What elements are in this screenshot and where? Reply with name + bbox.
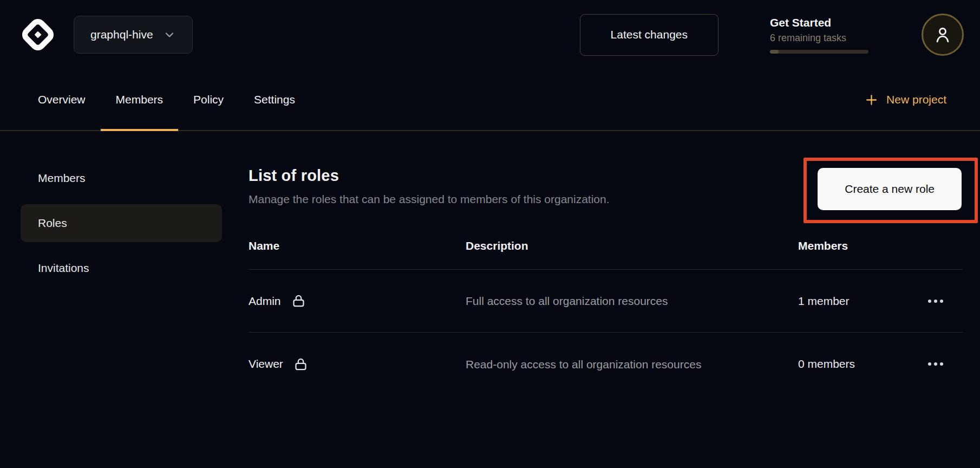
role-name: Admin [249,295,281,308]
role-members-cell: 0 members [798,357,963,371]
role-description: Full access to all organization resource… [466,291,717,310]
organization-name: graphql-hive [90,28,153,41]
table-row: Viewer Read-only access to all organizat… [249,333,963,395]
lock-icon [293,357,308,372]
role-members-cell: 1 member [798,294,963,308]
chevron-down-icon [163,28,176,41]
sidebar-item-invitations[interactable]: Invitations [21,249,222,287]
create-new-role-button[interactable]: Create a new role [818,168,962,210]
tab-label: Policy [193,93,224,106]
content-area: Members Roles Invitations List of roles … [0,131,980,468]
role-name: Viewer [249,358,283,370]
sidebar-item-members[interactable]: Members [21,159,222,197]
new-project-link[interactable]: New project [865,93,946,107]
roles-heading-block: List of roles Manage the roles that can … [249,167,610,206]
hive-logo-icon[interactable] [19,16,57,54]
kebab-menu-icon [928,300,931,303]
column-header-members: Members [798,239,963,252]
roles-panel: List of roles Manage the roles that can … [233,131,980,468]
sidebar-item-label: Invitations [38,262,89,275]
user-avatar[interactable] [922,14,964,56]
hive-app-window: graphql-hive Latest changes Get Started … [0,0,980,468]
role-description: Read-only access to all organization res… [466,355,717,374]
tab-members[interactable]: Members [101,69,179,130]
latest-changes-button[interactable]: Latest changes [580,14,718,56]
page-title: List of roles [249,167,610,185]
role-actions-menu-button[interactable] [923,357,949,371]
role-name-cell: Viewer [249,357,466,372]
get-started-progress-bar [770,50,868,54]
sidebar-item-roles[interactable]: Roles [21,204,222,242]
get-started-progress-fill [770,50,779,54]
tab-bar: Overview Members Policy Settings New pro… [0,69,980,131]
lock-icon [291,294,306,308]
table-row: Admin Full access to all organization re… [249,270,963,333]
role-members-count: 0 members [798,358,855,370]
get-started-widget[interactable]: Get Started 6 remaining tasks [770,16,868,54]
role-name-cell: Admin [249,294,466,308]
get-started-title: Get Started [770,16,868,29]
latest-changes-label: Latest changes [611,28,688,41]
tab-label: Overview [38,93,86,106]
members-sidebar: Members Roles Invitations [0,131,233,468]
top-bar: graphql-hive Latest changes Get Started … [0,0,980,69]
get-started-subtitle: 6 remaining tasks [770,32,868,44]
role-members-count: 1 member [798,295,850,308]
user-icon [933,25,952,44]
roles-header: List of roles Manage the roles that can … [249,167,963,210]
roles-table: Name Description Members Admin [249,239,963,395]
column-header-name: Name [249,239,466,252]
tab-overview[interactable]: Overview [23,69,101,130]
role-actions-menu-button[interactable] [923,294,949,308]
column-header-description: Description [466,239,798,252]
tab-policy[interactable]: Policy [178,69,239,130]
create-role-button-wrap: Create a new role [818,168,962,210]
sidebar-item-label: Roles [38,217,67,230]
organization-selector[interactable]: graphql-hive [74,16,193,54]
page-subtitle: Manage the roles that can be assigned to… [249,193,610,206]
tab-settings[interactable]: Settings [239,69,310,130]
tab-label: Settings [254,93,295,106]
tab-label: Members [116,93,164,106]
new-project-label: New project [886,93,946,106]
plus-icon [865,93,878,107]
table-header-row: Name Description Members [249,239,963,270]
sidebar-item-label: Members [38,172,86,185]
kebab-menu-icon [928,362,931,366]
